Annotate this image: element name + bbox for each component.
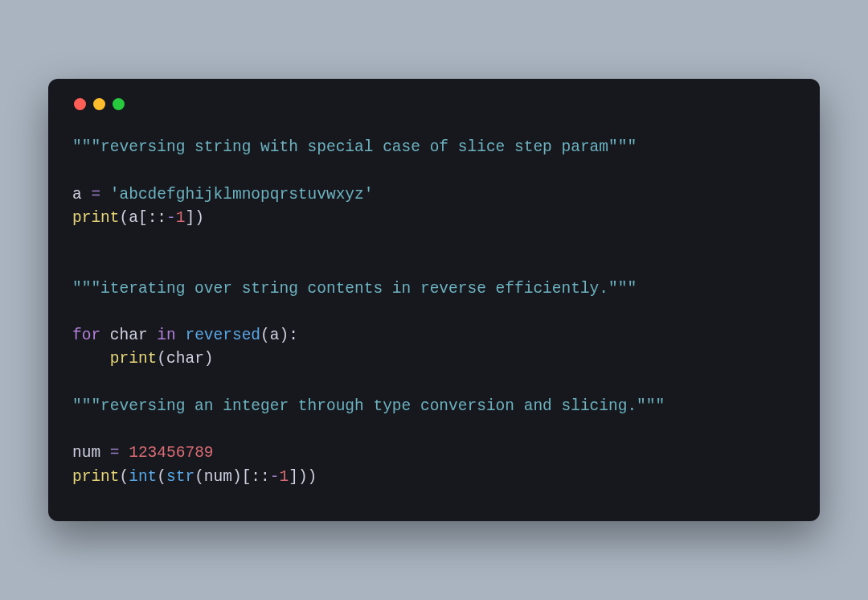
paren-open: (	[194, 468, 204, 486]
bracket-open: [	[242, 468, 252, 486]
var-char-ref: char	[166, 350, 204, 368]
code-window: """reversing string with special case of…	[48, 79, 820, 521]
bracket-close: ]	[289, 468, 298, 486]
number-one: 1	[279, 468, 289, 486]
in-keyword: in	[157, 327, 175, 344]
space	[176, 327, 186, 344]
var-a-ref: a	[129, 209, 138, 227]
space	[100, 327, 110, 344]
slice-colons: ::	[148, 209, 166, 227]
minimize-icon[interactable]	[93, 98, 105, 110]
var-num: num	[72, 444, 100, 462]
assign-op-2: =	[100, 444, 129, 462]
docstring-1: """reversing string with special case of…	[72, 138, 637, 156]
bracket-open: [	[138, 209, 148, 227]
colon: :	[289, 327, 298, 344]
print-call-2: print	[110, 350, 158, 368]
var-a-ref-2: a	[270, 327, 280, 344]
bracket-close: ]	[185, 209, 194, 227]
code-block: """reversing string with special case of…	[72, 136, 796, 489]
traffic-lights	[72, 98, 796, 110]
for-keyword: for	[72, 327, 100, 344]
paren-close: )	[308, 468, 317, 486]
assign-op: =	[82, 186, 110, 203]
paren-open: (	[157, 350, 166, 368]
space	[148, 327, 158, 344]
close-icon[interactable]	[74, 98, 86, 110]
paren-close: )	[279, 327, 289, 344]
paren-close: )	[232, 468, 242, 486]
paren-close: )	[298, 468, 308, 486]
var-a: a	[72, 186, 82, 203]
paren-open: (	[157, 468, 166, 486]
minus-op: -	[166, 209, 176, 227]
int-builtin: int	[129, 468, 157, 486]
indent	[72, 350, 110, 368]
str-builtin: str	[166, 468, 194, 486]
number-one: 1	[176, 209, 186, 227]
minus-op: -	[270, 468, 280, 486]
paren-open: (	[120, 468, 129, 486]
paren-open: (	[260, 327, 270, 344]
paren-open: (	[120, 209, 129, 227]
string-literal-alphabet: 'abcdefghijklmnopqrstuvwxyz'	[110, 186, 374, 203]
print-call: print	[72, 209, 120, 227]
print-call-3: print	[72, 468, 120, 486]
var-num-ref: num	[204, 468, 232, 486]
paren-close: )	[204, 350, 214, 368]
slice-colons: ::	[251, 468, 269, 486]
var-char: char	[110, 327, 148, 344]
number-literal: 123456789	[129, 444, 213, 462]
docstring-2: """iterating over string contents in rev…	[72, 280, 637, 298]
docstring-3: """reversing an integer through type con…	[72, 397, 665, 415]
paren-close: )	[194, 209, 204, 227]
maximize-icon[interactable]	[113, 98, 125, 110]
reversed-builtin: reversed	[185, 327, 260, 344]
